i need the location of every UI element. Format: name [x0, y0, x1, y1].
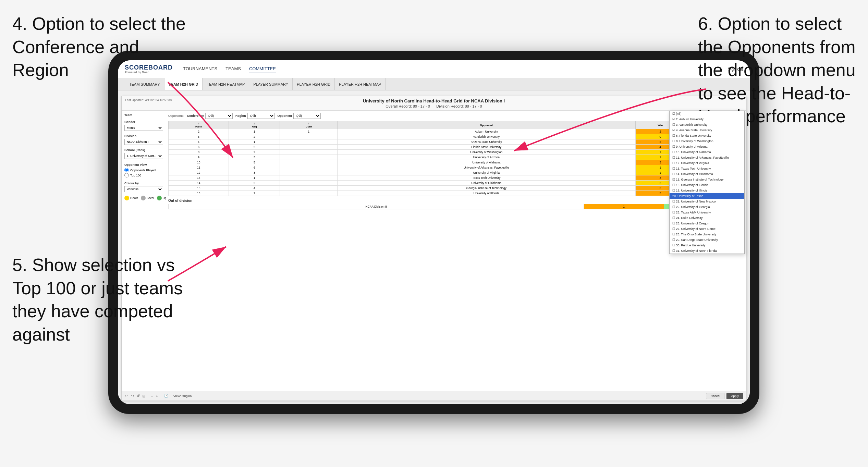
conference-select[interactable]: (All)	[205, 113, 233, 119]
region-filter: Region (All)	[235, 113, 275, 119]
division-select[interactable]: NCAA Division I	[124, 139, 163, 145]
opponent-select[interactable]: (All)	[293, 113, 321, 119]
opponent-filter: Opponent (All)	[278, 113, 321, 119]
nav-tournaments[interactable]: TOURNAMENTS	[183, 65, 217, 73]
radio-top100[interactable]: Top 100	[124, 173, 163, 177]
cell-reg: 1	[229, 175, 280, 181]
table-row: 4 1 Arizona State University 5 1	[169, 139, 744, 145]
nav-teams[interactable]: TEAMS	[225, 65, 241, 73]
school-select[interactable]: 1. University of Nort...	[124, 153, 163, 159]
dropdown-item[interactable]: ☐ 22. University of Georgia	[670, 204, 744, 210]
dropdown-item[interactable]: ☑ 15. Georgia Institute of Technology	[670, 177, 744, 182]
dropdown-item[interactable]: ☑ 4. Arizona State University	[670, 127, 744, 133]
legend-down: Down	[124, 196, 138, 200]
clock-icon[interactable]: 🕐	[163, 393, 169, 399]
redo-icon[interactable]: ↪	[130, 393, 135, 399]
plus-icon[interactable]: +	[155, 393, 158, 399]
dropdown-item[interactable]: ☐ 9. University of Arizona	[670, 144, 744, 149]
toolbar-sep-1	[148, 393, 148, 399]
cell-opponent: University of Oklahoma	[338, 181, 635, 186]
cell-opponent: University of Arizona	[338, 155, 635, 160]
cell-opponent: University of Florida	[338, 191, 635, 196]
sub-nav-player-h2h-heatmap[interactable]: PLAYER H2H HEATMAP	[335, 78, 386, 90]
filters-row: Opponents: Conference (All) Region (	[168, 113, 744, 119]
dropdown-item[interactable]: 20. University of Texas	[670, 193, 744, 199]
table-row: 3 2 Vanderbilt University 0 4	[169, 134, 744, 139]
panel-title-area: University of North Carolina Head-to-Hea…	[126, 98, 742, 108]
dropdown-item[interactable]: ☐ 31. University of North Florida	[670, 248, 744, 254]
dropdown-item[interactable]: ☐ 21. University of New Mexico	[670, 199, 744, 204]
data-table: #Rank #Reg #Conf Opponent Win Loss 2 1	[168, 121, 744, 196]
dropdown-item[interactable]: ☐ 23. Texas A&M University	[670, 210, 744, 215]
grid-area: Opponents: Conference (All) Region (	[166, 111, 746, 396]
table-row: 16 2 University of Florida 5	[169, 191, 744, 196]
cell-reg: 1	[229, 129, 280, 134]
table-row: 15 4 Georgia Institute of Technology 5 1	[169, 186, 744, 191]
dropdown-item[interactable]: ☐ 29. San Diego State University	[670, 237, 744, 243]
top-nav-links: TOURNAMENTS TEAMS COMMITTEE	[183, 65, 728, 73]
legend-level: Level	[141, 196, 154, 200]
col-rank: #Rank	[169, 121, 229, 129]
dropdown-item[interactable]: ☑ (All)	[670, 111, 744, 116]
up-dot	[157, 196, 162, 200]
sub-nav-team-h2h-heatmap[interactable]: TEAM H2H HEATMAP	[203, 78, 249, 90]
dropdown-item[interactable]: ☐ 25. University of Oregon	[670, 221, 744, 226]
table-row: 12 3 University of Virginia 1 0	[169, 170, 744, 175]
cell-rank: 4	[169, 139, 229, 145]
dropdown-item[interactable]: ☐ 27. University of Notre Dame	[670, 226, 744, 232]
dropdown-item[interactable]: ☐ 28. The Ohio State University	[670, 232, 744, 237]
division-label: Division	[124, 134, 163, 138]
dropdown-item[interactable]: ☐ 13. Texas Tech University	[670, 166, 744, 171]
dropdown-item[interactable]: ☐ 16. University of Florida	[670, 182, 744, 188]
dropdown-item[interactable]: ☐ 8. University of Washington	[670, 138, 744, 144]
dropdown-item[interactable]: ☐ 18. University of Illinois	[670, 188, 744, 193]
cell-opponent: Auburn University	[338, 129, 635, 134]
opponent-view-radio: Opponents Played Top 100	[124, 168, 163, 177]
cell-rank: 3	[169, 134, 229, 139]
dropdown-item[interactable]: ☐ 12. University of Virginia	[670, 160, 744, 166]
dropdown-item[interactable]: ☐ 10. University of Alabama	[670, 149, 744, 155]
sub-nav-player-h2h-grid[interactable]: PLAYER H2H GRID	[293, 78, 335, 90]
panel-title: University of North Carolina Head-to-Hea…	[126, 98, 742, 103]
radio-opponents-played[interactable]: Opponents Played	[124, 168, 163, 172]
division-name: NCAA Division II	[169, 204, 584, 209]
region-select[interactable]: (All)	[247, 113, 275, 119]
view-label: View: Original	[173, 394, 192, 398]
apply-button[interactable]: Apply	[726, 393, 743, 399]
nav-committee[interactable]: COMMITTEE	[249, 65, 276, 73]
copy-icon[interactable]: ⎘	[142, 393, 146, 399]
cell-rank: 2	[169, 129, 229, 134]
out-of-division-table: NCAA Division II 1 0	[168, 204, 744, 209]
sub-nav-player-summary[interactable]: PLAYER SUMMARY	[249, 78, 293, 90]
dropdown-item[interactable]: ☐ 14. University of Oklahoma	[670, 171, 744, 177]
minus-icon[interactable]: −	[150, 393, 154, 399]
undo-icon[interactable]: ↩	[124, 393, 129, 399]
cell-opponent: University of Arkansas, Fayetteville	[338, 165, 635, 170]
dropdown-item[interactable]: ☐ 11. University of Arkansas, Fayettevil…	[670, 155, 744, 160]
cell-reg: 6	[229, 165, 280, 170]
cell-rank: 10	[169, 160, 229, 165]
colour-by-select[interactable]: Win/loss	[124, 186, 163, 192]
annotation-top-left: 4. Option to select the Conference and R…	[12, 12, 187, 82]
cell-conf	[280, 175, 338, 181]
top-nav: SCOREBOARD Powered by Road TOURNAMENTS T…	[118, 60, 750, 78]
dropdown-item[interactable]: ☑ 6. Florida State University	[670, 133, 744, 138]
cell-conf	[280, 186, 338, 191]
gender-label: Gender	[124, 120, 163, 124]
annotation-bottom-left: 5. Show selection vs Top 100 or just tea…	[12, 254, 187, 346]
table-row: 6 2 Florida State University 4 2	[169, 145, 744, 150]
dropdown-item[interactable]: ☐ 30. Purdue University	[670, 243, 744, 248]
dropdown-item[interactable]: ☐ 3. Vanderbilt University	[670, 122, 744, 127]
cell-reg: 4	[229, 186, 280, 191]
table-row: 13 1 Texas Tech University 3 0	[169, 175, 744, 181]
dropdown-item[interactable]: ☐ 24. Duke University	[670, 215, 744, 221]
last-updated: Last Updated: 4/11/2024 16:55:38	[125, 98, 172, 102]
col-opponent: Opponent	[338, 121, 635, 129]
opponent-dropdown[interactable]: ☑ (All)☑ 2. Auburn University☐ 3. Vander…	[669, 111, 745, 254]
dropdown-item[interactable]: ☑ 2. Auburn University	[670, 116, 744, 122]
reset-icon[interactable]: ↺	[136, 393, 140, 399]
cell-conf	[280, 170, 338, 175]
cell-rank: 14	[169, 181, 229, 186]
gender-select[interactable]: Men's	[124, 125, 163, 131]
cancel-button[interactable]: Cancel	[706, 393, 724, 399]
